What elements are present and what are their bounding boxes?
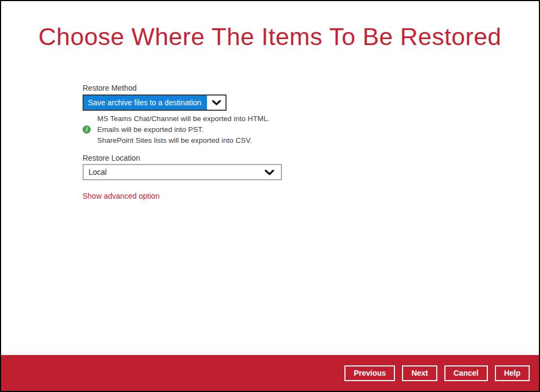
restore-location-label: Restore Location xyxy=(83,154,140,162)
footer-bar: Previous Next Cancel Help xyxy=(1,355,539,391)
show-advanced-link[interactable]: Show advanced option xyxy=(83,192,160,200)
info-icon: i xyxy=(83,125,91,134)
chevron-down-icon[interactable] xyxy=(258,169,281,175)
info-line-emails: Emails will be exported into PST. xyxy=(97,124,311,135)
restore-wizard-window: Choose Where The Items To Be Restored Re… xyxy=(0,0,540,392)
restore-location-select[interactable]: Local xyxy=(83,164,282,180)
info-line-msteams: MS Teams Chat/Channel will be exported i… xyxy=(97,113,311,124)
export-info-note: i MS Teams Chat/Channel will be exported… xyxy=(83,113,311,146)
restore-method-selected-value: Save archive files to a destination xyxy=(84,96,207,110)
cancel-button[interactable]: Cancel xyxy=(444,365,488,381)
info-line-sharepoint: SharePoint Sites lists will be exported … xyxy=(97,135,311,146)
previous-button[interactable]: Previous xyxy=(344,365,395,381)
chevron-down-icon[interactable] xyxy=(207,96,225,110)
restore-method-select[interactable]: Save archive files to a destination xyxy=(83,94,227,111)
page-title: Choose Where The Items To Be Restored xyxy=(1,23,539,51)
next-button[interactable]: Next xyxy=(402,365,437,381)
restore-method-label: Restore Method xyxy=(83,84,137,92)
restore-location-selected-value: Local xyxy=(84,168,258,176)
help-button[interactable]: Help xyxy=(495,365,530,381)
